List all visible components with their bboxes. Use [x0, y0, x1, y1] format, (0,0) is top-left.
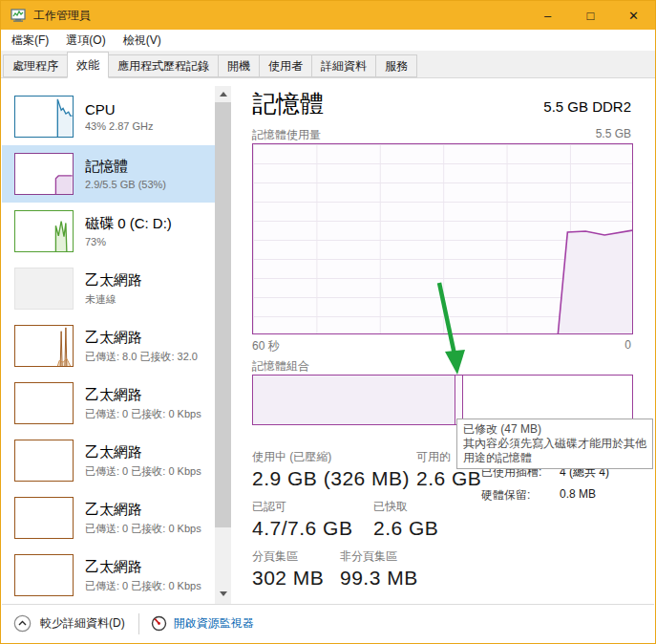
maximize-button[interactable]: □: [569, 1, 612, 30]
stat-cached: 已快取 2.6 GB: [373, 499, 438, 540]
sidebar-ethernet-title: 乙太網路: [85, 443, 204, 462]
sidebar-item-ethernet-2[interactable]: 乙太網路 已傳送: 8.0 已接收: 32.0: [2, 317, 215, 375]
window-title: 工作管理員: [33, 8, 526, 24]
content-area: CPU 43% 2.87 GHz 記憶體 2.9/5.5 GB (53%): [2, 78, 654, 604]
menu-file[interactable]: 檔案(F): [3, 32, 57, 49]
footer-bar: 較少詳細資料(D) 開啟資源監視器: [2, 604, 654, 642]
resource-monitor-icon: [151, 615, 167, 632]
sidebar-ethernet-subtitle: 已傳送: 0 已接收: 0 Kbps: [85, 464, 204, 479]
composition-in-use-segment[interactable]: [253, 376, 455, 424]
sidebar-ethernet-subtitle: 已傳送: 0 已接收: 0 Kbps: [85, 579, 204, 593]
stat-paged-pool: 分頁集區 302 MB: [252, 548, 340, 590]
ethernet-disconnected-chart-icon: [14, 268, 74, 310]
sidebar-ethernet-title: 乙太網路: [85, 329, 204, 347]
open-resource-monitor-link[interactable]: 開啟資源監視器: [174, 615, 254, 632]
tooltip-line2: 用途的記憶體: [463, 451, 646, 465]
stat-committed: 已認可 4.7/7.6 GB: [252, 499, 373, 540]
x-axis-right-label: 0: [624, 338, 631, 352]
performance-sidebar: CPU 43% 2.87 GHz 記憶體 2.9/5.5 GB (53%): [2, 78, 231, 604]
task-manager-window: 工作管理員 – □ ✕ 檔案(F) 選項(O) 檢視(V) 處理程序 效能 應用…: [0, 0, 656, 644]
ethernet-active-chart-icon: [14, 325, 74, 367]
sidebar-ethernet-title: 乙太網路: [85, 386, 204, 404]
sidebar-scrollbar[interactable]: [215, 86, 231, 604]
x-axis-left-label: 60 秒: [252, 338, 280, 354]
stat-in-use: 使用中 (已壓縮) 2.9 GB (326 MB): [252, 449, 416, 490]
sidebar-disk-title: 磁碟 0 (C: D:): [85, 215, 204, 233]
sidebar-ethernet-title: 乙太網路: [85, 271, 204, 290]
ethernet-idle-chart-icon: [14, 382, 74, 424]
memory-stats: 使用中 (已壓縮) 2.9 GB (326 MB) 可用的 2.6 GB 已認可…: [252, 449, 481, 598]
minimize-button[interactable]: –: [526, 1, 569, 30]
fewer-details-button[interactable]: 較少詳細資料(D): [40, 615, 125, 632]
tab-users[interactable]: 使用者: [259, 54, 312, 77]
scrollbar-up-icon[interactable]: [215, 86, 231, 102]
composition-modified-segment[interactable]: [456, 376, 463, 424]
memory-composition-label: 記憶體組合: [252, 358, 309, 375]
sidebar-item-cpu[interactable]: CPU 43% 2.87 GHz: [2, 88, 215, 145]
task-manager-app-icon: [11, 8, 26, 23]
tab-startup[interactable]: 開機: [218, 54, 260, 77]
sidebar-item-ethernet-5[interactable]: 乙太網路 已傳送: 0 已接收: 0 Kbps: [2, 489, 215, 547]
menu-bar: 檔案(F) 選項(O) 檢視(V): [1, 30, 655, 51]
memory-panel: 記憶體 5.5 GB DDR2 記憶體使用量 5.5 GB 60 秒 0 記憶體…: [231, 78, 654, 604]
ethernet-idle-chart-icon: [14, 440, 74, 482]
sidebar-cpu-title: CPU: [85, 101, 204, 118]
disk-mini-chart-icon: [14, 210, 74, 252]
sidebar-cpu-subtitle: 43% 2.87 GHz: [85, 120, 204, 132]
scrollbar-thumb[interactable]: [215, 102, 231, 527]
tab-details[interactable]: 詳細資料: [311, 54, 376, 77]
tooltip-title: 已修改 (47 MB): [463, 422, 646, 437]
sidebar-item-ethernet-6[interactable]: 乙太網路 已傳送: 0 已接收: 0 Kbps: [2, 547, 215, 604]
sidebar-ethernet-subtitle: 未連線: [85, 292, 204, 307]
sidebar-ethernet-title: 乙太網路: [85, 501, 204, 519]
cpu-mini-chart-icon: [14, 96, 74, 138]
sidebar-ethernet-subtitle: 已傳送: 0 已接收: 0 Kbps: [85, 522, 204, 536]
memory-mini-chart-icon: [14, 153, 74, 195]
sidebar-ethernet-subtitle: 已傳送: 0 已接收: 0 Kbps: [85, 407, 204, 421]
sidebar-item-ethernet-1[interactable]: 乙太網路 未連線: [2, 260, 215, 317]
tab-services[interactable]: 服務: [375, 54, 417, 77]
sidebar-ethernet-subtitle: 已傳送: 8.0 已接收: 32.0: [85, 350, 204, 364]
close-button[interactable]: ✕: [612, 1, 655, 30]
tab-app-history[interactable]: 應用程式歷程記錄: [108, 54, 219, 77]
tab-performance[interactable]: 效能: [67, 52, 109, 78]
sidebar-item-disk0[interactable]: 磁碟 0 (C: D:) 73%: [2, 203, 215, 260]
menu-view[interactable]: 檢視(V): [115, 32, 170, 49]
tab-processes[interactable]: 處理程序: [3, 54, 68, 77]
green-annotation-arrow-icon: [429, 280, 472, 380]
footer-separator: [138, 613, 139, 634]
sidebar-item-memory[interactable]: 記憶體 2.9/5.5 GB (53%): [2, 145, 215, 203]
sidebar-item-ethernet-4[interactable]: 乙太網路 已傳送: 0 已接收: 0 Kbps: [2, 432, 215, 489]
sidebar-item-ethernet-3[interactable]: 乙太網路 已傳送: 0 已接收: 0 Kbps: [2, 375, 215, 432]
ethernet-idle-chart-icon: [14, 554, 74, 596]
detail-hardware-reserved: 硬體保留: 0.8 MB: [481, 487, 609, 504]
sidebar-memory-subtitle: 2.9/5.5 GB (53%): [85, 179, 204, 190]
memory-capacity: 5.5 GB DDR2: [543, 98, 631, 115]
scrollbar-down-icon[interactable]: [215, 586, 231, 602]
memory-panel-title: 記憶體: [252, 88, 324, 119]
tooltip-line1: 其內容必須先寫入磁碟才能用於其他: [463, 437, 646, 451]
sidebar-ethernet-title: 乙太網路: [85, 558, 204, 576]
titlebar[interactable]: 工作管理員 – □ ✕: [1, 1, 655, 30]
modified-memory-tooltip: 已修改 (47 MB) 其內容必須先寫入磁碟才能用於其他 用途的記憶體: [456, 419, 653, 469]
tab-bar: 處理程序 效能 應用程式歷程記錄 開機 使用者 詳細資料 服務: [1, 51, 655, 78]
stat-non-paged-pool: 非分頁集區 99.3 MB: [340, 548, 418, 590]
menu-options[interactable]: 選項(O): [57, 32, 114, 49]
memory-hardware-details: 已使用插槽: 4 (總共 4) 硬體保留: 0.8 MB: [481, 464, 609, 510]
ethernet-idle-chart-icon: [14, 497, 74, 539]
memory-usage-chart-label: 記憶體使用量: [252, 127, 321, 143]
memory-usage-chart-max: 5.5 GB: [596, 127, 631, 140]
sidebar-disk-subtitle: 73%: [85, 236, 204, 247]
sidebar-memory-title: 記憶體: [85, 158, 204, 176]
chevron-up-circle-icon: [13, 614, 32, 633]
